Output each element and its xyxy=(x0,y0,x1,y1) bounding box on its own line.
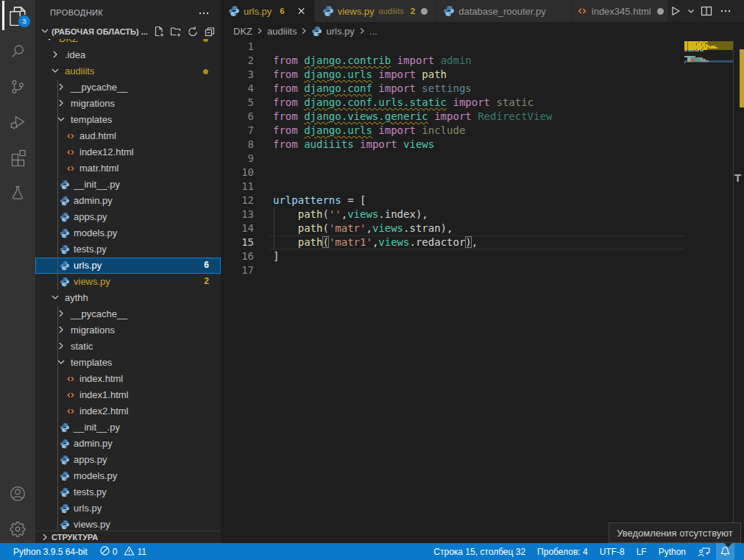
tree-item-label: migrations xyxy=(71,325,115,336)
tree-item-apps.py[interactable]: apps.py xyxy=(35,452,221,468)
modified-dot-icon[interactable] xyxy=(657,8,664,15)
activitybar-explorer[interactable]: 3 xyxy=(0,0,35,34)
tab-index345.html[interactable]: index345.html xyxy=(572,0,668,22)
status-cursor-position[interactable]: Строка 15, столбец 32 xyxy=(428,543,531,560)
close-icon[interactable] xyxy=(296,6,307,17)
tree-item-label: tests.py xyxy=(74,244,107,255)
tree-item-__pycache__[interactable]: __pycache__ xyxy=(35,306,221,322)
tree-item-tests.py[interactable]: tests.py xyxy=(35,484,221,500)
tree-item-templates[interactable]: templates xyxy=(35,112,221,128)
line-number: 16 xyxy=(221,249,254,263)
activitybar-run-debug[interactable] xyxy=(0,104,35,140)
tree-item-__init__.py[interactable]: __init__.py xyxy=(35,419,221,436)
tree-item-models.py[interactable]: models.py xyxy=(35,225,221,241)
status-eol[interactable]: LF xyxy=(631,543,653,560)
tree-item-admin.py[interactable]: admin.py xyxy=(35,193,221,209)
tree-item-__init__.py[interactable]: __init__.py xyxy=(35,177,221,193)
tree-item-views.py[interactable]: views.py2 xyxy=(35,274,221,290)
breadcrumb-item[interactable]: DKZ xyxy=(233,26,252,37)
python-file-icon xyxy=(60,439,70,449)
tree-item-label: views.py xyxy=(74,276,110,287)
status-language[interactable]: Python xyxy=(653,543,692,560)
tree-item-DKZ[interactable]: DKZ xyxy=(35,39,221,47)
tab-problems-badge: 2 xyxy=(411,7,415,15)
structure-section-header[interactable]: СТРУКТУРА xyxy=(35,531,221,543)
tab-urls.py[interactable]: urls.py6 xyxy=(221,0,314,22)
code-line-5: from django.conf.urls.static import stat… xyxy=(273,96,534,110)
status-indentation[interactable]: Пробелов: 4 xyxy=(531,543,594,560)
bell-icon[interactable] xyxy=(716,543,734,560)
breadcrumb-item[interactable]: audiiits xyxy=(267,26,297,37)
feedback-icon[interactable] xyxy=(692,543,716,560)
run-dropdown-icon[interactable] xyxy=(687,7,695,15)
workspace-section-header[interactable]: (РАБОЧАЯ ОБЛАСТЬ) ... xyxy=(35,24,221,39)
tree-item-matr.html[interactable]: matr.html xyxy=(35,160,221,177)
tree-item-label: aud.html xyxy=(79,130,116,141)
refresh-icon[interactable] xyxy=(187,26,199,38)
activitybar-search[interactable] xyxy=(0,34,35,69)
tree-item-label: static xyxy=(71,341,93,352)
activitybar-extensions[interactable] xyxy=(0,140,35,175)
workspace-section-label: (РАБОЧАЯ ОБЛАСТЬ) ... xyxy=(52,27,148,36)
more-actions-icon[interactable] xyxy=(197,7,210,20)
tooltip-text: Уведомления отсутствуют xyxy=(617,528,732,539)
code-editor[interactable]: 12from django.contrib import admin3from … xyxy=(221,40,744,543)
html-file-icon xyxy=(576,5,588,17)
tree-item-tests.py[interactable]: tests.py xyxy=(35,241,221,258)
minimap[interactable] xyxy=(684,40,733,543)
line-number: 17 xyxy=(221,263,254,277)
activitybar-testing[interactable] xyxy=(0,175,35,210)
tree-item-urls.py[interactable]: urls.py xyxy=(35,500,221,517)
tree-item-views.py[interactable]: views.py xyxy=(35,517,221,531)
tree-item-index.html[interactable]: index.html xyxy=(35,371,221,387)
tree-item-index12.html[interactable]: index12.html xyxy=(35,144,221,160)
python-file-icon xyxy=(60,260,70,271)
status-python-version[interactable]: Python 3.9.5 64-bit xyxy=(7,543,93,560)
status-problems[interactable]: 0 11 xyxy=(93,543,157,560)
status-encoding[interactable]: UTF-8 xyxy=(594,543,631,560)
tree-item-templates[interactable]: templates xyxy=(35,355,221,371)
python-file-icon xyxy=(228,5,240,17)
tree-item-urls.py[interactable]: urls.py6 xyxy=(35,258,221,274)
file-tree: DKZ.ideaaudiiits__pycache__migrationstem… xyxy=(35,39,221,531)
tab-views.py[interactable]: views.pyaudiiits2 xyxy=(315,0,436,22)
breadcrumb-item[interactable]: urls.py xyxy=(311,26,354,37)
tree-item-static[interactable]: static xyxy=(35,339,221,355)
warning-icon xyxy=(124,545,135,559)
new-file-icon[interactable] xyxy=(153,26,165,38)
tree-item-apps.py[interactable]: apps.py xyxy=(35,209,221,225)
tab-label: urls.py xyxy=(244,6,272,17)
tree-item-aud.html[interactable]: aud.html xyxy=(35,128,221,144)
tree-item-label: apps.py xyxy=(74,454,107,465)
tree-item-label: urls.py xyxy=(74,503,102,514)
activitybar-account[interactable] xyxy=(0,476,35,511)
collapse-all-icon[interactable] xyxy=(204,26,216,38)
activitybar-settings[interactable] xyxy=(0,511,35,547)
tree-item-label: matr.html xyxy=(79,163,118,174)
modified-dot-icon[interactable] xyxy=(421,8,428,15)
tree-item-index1.html[interactable]: index1.html xyxy=(35,387,221,403)
tree-item-label: templates xyxy=(71,357,112,368)
tree-item-migrations[interactable]: migrations xyxy=(35,322,221,339)
minimap-border xyxy=(733,40,734,543)
tree-item-audiiits[interactable]: audiiits xyxy=(35,63,221,79)
more-actions-icon[interactable] xyxy=(718,5,734,17)
tree-item-label: index12.html xyxy=(79,146,134,157)
tree-item-admin.py[interactable]: admin.py xyxy=(35,436,221,452)
tree-item-__pycache__[interactable]: __pycache__ xyxy=(35,79,221,96)
tree-item-models.py[interactable]: models.py xyxy=(35,468,221,484)
run-icon[interactable] xyxy=(667,6,684,16)
tab-database_roouter.py[interactable]: database_roouter.py xyxy=(436,0,571,22)
line-number: 2 xyxy=(221,54,254,68)
tree-item-migrations[interactable]: migrations xyxy=(35,96,221,112)
breadcrumb-item[interactable]: ... xyxy=(369,26,378,37)
code-line-6: from django.views.generic import Redirec… xyxy=(273,110,552,124)
new-folder-icon[interactable] xyxy=(170,26,182,38)
activitybar-source-control[interactable] xyxy=(0,69,35,104)
python-file-icon xyxy=(60,471,70,481)
split-editor-icon[interactable] xyxy=(698,5,715,17)
tree-item-index2.html[interactable]: index2.html xyxy=(35,403,221,419)
code-line-13: path('',views.index), xyxy=(273,208,428,221)
tree-item-aythh[interactable]: aythh xyxy=(35,290,221,306)
tree-item-.idea[interactable]: .idea xyxy=(35,47,221,63)
